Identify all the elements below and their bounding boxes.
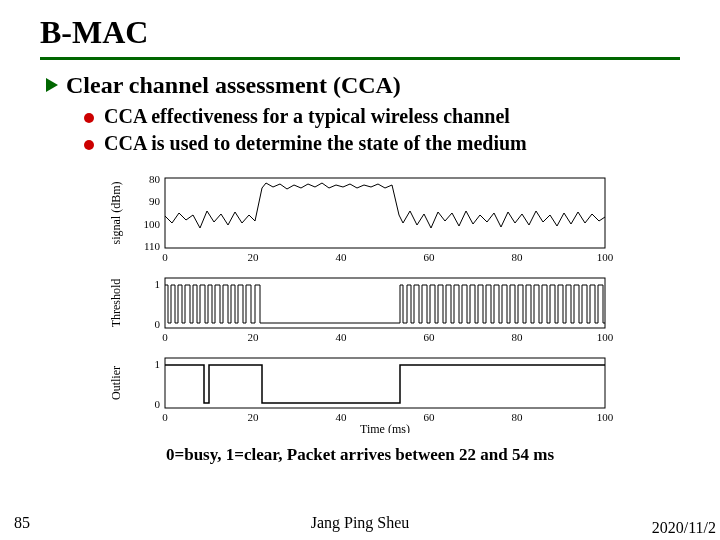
xlabel: Time (ms): [360, 422, 410, 433]
xtick-label: 0: [162, 251, 168, 263]
signal-panel: 80 90 100 110 0 20 40 60 80 100 signal (…: [109, 173, 614, 263]
xtick-label: 80: [512, 331, 524, 343]
ylabel: Outlier: [109, 366, 123, 400]
list-item: CCA is used to determine the state of th…: [84, 132, 680, 155]
xtick-label: 0: [162, 411, 168, 423]
author-footer: Jang Ping Sheu: [0, 514, 720, 532]
list-item: CCA effectiveness for a typical wireless…: [84, 105, 680, 128]
point-text: CCA is used to determine the state of th…: [104, 132, 527, 155]
ytick-label: 100: [144, 218, 161, 230]
ytick-label: 0: [155, 398, 161, 410]
title-rule: [40, 57, 680, 60]
xtick-label: 40: [336, 251, 348, 263]
ytick-label: 90: [149, 195, 161, 207]
chart-figure: 80 90 100 110 0 20 40 60 80 100 signal (…: [100, 173, 620, 433]
ylabel: Threshold: [109, 279, 123, 328]
ytick-label: 80: [149, 173, 161, 185]
outlier-panel: 1 0 0 20 40 60 80 100 Outlier Time (ms): [109, 358, 614, 433]
xtick-label: 100: [597, 331, 614, 343]
threshold-panel: 1 0 0 20 40 60 80 100 Threshold: [109, 278, 614, 343]
ytick-label: 1: [155, 358, 161, 370]
disc-icon: [84, 140, 94, 150]
xtick-label: 40: [336, 331, 348, 343]
xtick-label: 60: [424, 331, 436, 343]
disc-icon: [84, 113, 94, 123]
ytick-label: 1: [155, 278, 161, 290]
xtick-label: 80: [512, 251, 524, 263]
page-title: B-MAC: [40, 14, 680, 51]
date-footer: 2020/11/2: [652, 520, 716, 536]
xtick-label: 20: [248, 331, 260, 343]
section-heading: Clear channel assessment (CCA): [46, 72, 680, 99]
ytick-label: 0: [155, 318, 161, 330]
heading-text: Clear channel assessment (CCA): [66, 72, 401, 99]
signal-line: [165, 183, 605, 228]
xtick-label: 80: [512, 411, 524, 423]
xtick-label: 40: [336, 411, 348, 423]
xtick-label: 20: [248, 411, 260, 423]
threshold-line: [165, 285, 605, 323]
ylabel: signal (dBm): [109, 182, 123, 245]
xtick-label: 100: [597, 251, 614, 263]
xtick-label: 0: [162, 331, 168, 343]
xtick-label: 60: [424, 251, 436, 263]
figure-caption: 0=busy, 1=clear, Packet arrives between …: [40, 445, 680, 465]
xtick-label: 60: [424, 411, 436, 423]
outlier-line: [165, 365, 605, 403]
xtick-label: 100: [597, 411, 614, 423]
arrow-icon: [46, 78, 58, 92]
xtick-label: 20: [248, 251, 260, 263]
cca-chart: 80 90 100 110 0 20 40 60 80 100 signal (…: [100, 173, 620, 433]
ytick-label: 110: [144, 240, 161, 252]
point-text: CCA effectiveness for a typical wireless…: [104, 105, 510, 128]
